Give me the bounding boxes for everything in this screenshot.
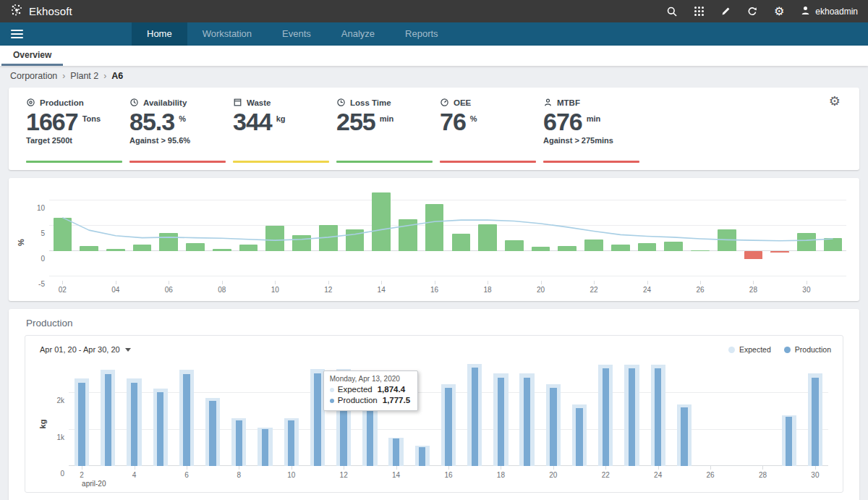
production-bar-day-3[interactable] (105, 374, 111, 466)
production-chart-plot: Monday, Apr 13, 2020 Expected 1,874.4 Pr… (69, 360, 828, 466)
settings-icon[interactable]: ⚙ (773, 6, 785, 17)
percent-bar-day-2[interactable] (54, 218, 72, 250)
percent-bar-day-21[interactable] (558, 246, 576, 250)
percent-bar-day-8[interactable] (213, 249, 231, 250)
nav-tab-home[interactable]: Home (132, 22, 187, 46)
percent-bar-day-28[interactable] (744, 251, 763, 259)
x-tick-mark (594, 281, 595, 284)
x-tick-mark (553, 466, 554, 470)
production-bar-day-30[interactable] (812, 378, 818, 466)
edit-icon[interactable] (720, 6, 731, 17)
percent-bar-day-3[interactable] (80, 246, 98, 250)
percent-bar-day-22[interactable] (584, 240, 603, 251)
production-bar-day-4[interactable] (131, 383, 137, 466)
kpi-card-mtbf: MTBF676minAgainst > 275mins (543, 98, 639, 163)
kpi-label: Availability (143, 98, 187, 107)
percent-bar-day-27[interactable] (718, 229, 736, 250)
nav-tab-reports[interactable]: Reports (390, 22, 454, 46)
percent-bar-day-23[interactable] (611, 245, 630, 251)
percent-bar-day-7[interactable] (186, 243, 205, 250)
production-bar-day-24[interactable] (655, 368, 661, 466)
percent-bar-day-31[interactable] (824, 238, 843, 251)
breadcrumb-item-plant-2[interactable]: Plant 2 (70, 71, 98, 81)
percent-bar-day-16[interactable] (425, 204, 444, 251)
kpi-value: 344 (233, 108, 272, 135)
production-bar-day-29[interactable] (786, 417, 792, 466)
production-bar-day-17[interactable] (472, 368, 478, 466)
percent-bar-day-6[interactable] (159, 233, 178, 250)
nav-tab-analyze[interactable]: Analyze (326, 22, 390, 46)
production-bar-day-6[interactable] (183, 374, 190, 466)
refresh-icon[interactable] (746, 6, 758, 17)
breadcrumb-item-corporation[interactable]: Corporation (10, 71, 57, 81)
percent-bar-day-12[interactable] (319, 225, 338, 251)
production-bar-day-10[interactable] (288, 420, 294, 466)
percent-bar-day-13[interactable] (346, 229, 365, 250)
percent-bar-day-11[interactable] (292, 235, 311, 251)
production-bar-day-9[interactable] (262, 429, 268, 466)
logo[interactable]: Ekhosoft (10, 3, 72, 20)
x-tick-label: 28 (749, 286, 757, 294)
nav-tab-workstation[interactable]: Workstation (187, 22, 267, 46)
percent-bar-day-19[interactable] (505, 240, 524, 251)
apps-grid-icon[interactable] (693, 6, 705, 17)
date-range-label: Apr 01, 20 - Apr 30, 20 (40, 345, 120, 354)
production-bar-day-5[interactable] (157, 392, 163, 466)
percent-bar-day-24[interactable] (638, 243, 657, 250)
widget-settings-icon[interactable]: ⚙ (829, 93, 841, 109)
kpi-unit: min (587, 114, 601, 123)
production-bar-day-20[interactable] (550, 388, 556, 466)
percent-bar-day-26[interactable] (691, 250, 710, 251)
x-tick-mark (753, 281, 754, 284)
production-bar-day-8[interactable] (236, 420, 242, 466)
search-icon[interactable] (666, 6, 678, 17)
nav-tab-events[interactable]: Events (267, 22, 326, 46)
legend-item-expected[interactable]: Expected (728, 345, 771, 354)
percent-bar-day-18[interactable] (478, 224, 497, 250)
percent-bar-day-10[interactable] (265, 226, 284, 251)
kpi-status-line (129, 161, 226, 163)
production-bar-day-7[interactable] (209, 401, 216, 466)
production-bar-day-21[interactable] (576, 408, 582, 466)
user-menu[interactable]: ekhoadmin (800, 5, 858, 18)
production-bar-day-16[interactable] (445, 388, 451, 466)
x-tick-label: 06 (165, 286, 173, 294)
percent-bar-day-30[interactable] (797, 233, 816, 251)
production-bar-day-11[interactable] (314, 373, 320, 466)
kpi-value: 76 (440, 108, 466, 135)
percent-bar-day-29[interactable] (770, 251, 789, 253)
production-bar-day-18[interactable] (498, 378, 504, 466)
chart-legend: ExpectedProduction (728, 345, 831, 354)
production-bar-day-23[interactable] (629, 368, 635, 466)
percent-bar-day-17[interactable] (452, 234, 471, 251)
production-bar-day-22[interactable] (603, 368, 609, 466)
production-bar-day-15[interactable] (419, 447, 425, 466)
hamburger-menu-icon[interactable] (0, 22, 32, 46)
production-dot-icon (330, 399, 334, 403)
legend-item-production[interactable]: Production (784, 345, 831, 354)
kpi-card-availability: Availability85.3%Against > 95.6% (129, 98, 226, 163)
production-bar-day-19[interactable] (524, 378, 530, 466)
x-tick-mark (710, 466, 711, 470)
percent-bar-day-15[interactable] (399, 219, 417, 250)
kpi-value: 1667 (26, 108, 78, 135)
x-tick-mark (239, 466, 239, 470)
percent-bar-day-20[interactable] (532, 247, 550, 251)
percent-bar-day-5[interactable] (133, 245, 152, 250)
percent-bar-day-25[interactable] (664, 242, 683, 251)
x-tick-label: 26 (707, 471, 715, 479)
percent-chart-xaxis: 020406081012141618202224262830 (49, 281, 846, 298)
tab-overview[interactable]: Overview (1, 46, 63, 66)
percent-bar-day-9[interactable] (239, 245, 258, 251)
percent-bar-day-14[interactable] (372, 192, 391, 251)
x-tick-label: 14 (378, 286, 386, 294)
production-bar-day-25[interactable] (681, 407, 687, 466)
legend-dot-icon (728, 347, 735, 353)
production-section-title: Production (26, 318, 843, 329)
oee-icon (440, 98, 449, 107)
percent-bar-day-4[interactable] (106, 249, 125, 251)
date-range-selector[interactable]: Apr 01, 20 - Apr 30, 20 (37, 345, 131, 354)
production-bar-day-2[interactable] (78, 383, 85, 466)
kpi-subtext: Target 2500t (26, 135, 122, 146)
production-bar-day-14[interactable] (393, 438, 399, 466)
